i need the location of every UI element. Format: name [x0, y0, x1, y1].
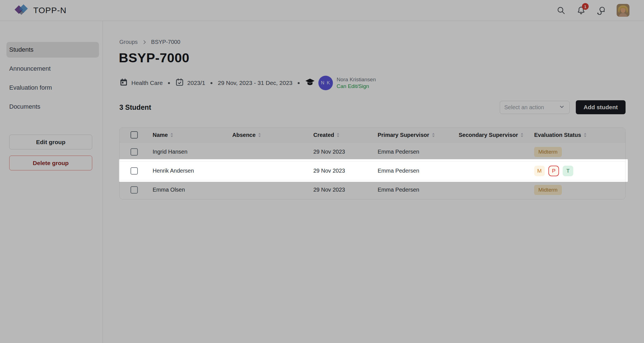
created-cell: 29 Nov 2023	[313, 168, 378, 174]
evaluation-status-cell: Midterm	[534, 185, 626, 195]
created-cell: 29 Nov 2023	[313, 149, 378, 155]
table-row[interactable]: Emma Olsen 29 Nov 2023 Emma Pedersen Mid…	[120, 180, 625, 199]
action-select[interactable]: Select an action	[500, 101, 570, 114]
sort-icon[interactable]	[258, 133, 261, 137]
student-count: 3 Student	[119, 103, 151, 111]
primary-supervisor-cell: Emma Pedersen	[378, 187, 459, 193]
term-meta: 2023/1	[175, 78, 205, 88]
brand-name: TOPP-N	[33, 6, 67, 15]
subject-label: Health Care	[131, 80, 163, 86]
primary-supervisor-cell: Emma Pedersen	[378, 168, 459, 174]
dot-separator	[168, 82, 170, 84]
midterm-status-badge[interactable]: Midterm	[534, 147, 562, 157]
column-label: Secondary Supervisor	[459, 132, 518, 138]
topbar-actions: 1	[556, 4, 629, 17]
sidebar-item-evaluation-form[interactable]: Evaluation form	[6, 80, 99, 96]
date-range-meta: 29 Nov, 2023 - 31 Dec, 2023	[218, 80, 292, 86]
column-label: Absence	[232, 132, 255, 138]
breadcrumb-groups-link[interactable]: Groups	[119, 39, 138, 45]
supervisor-chip[interactable]: N K Nora Kristiansen Can Edit/Sign	[318, 76, 376, 90]
sort-icon[interactable]	[584, 133, 587, 137]
table-header-row: Name Absence Created Primary Supervisor …	[120, 128, 625, 142]
students-toolbar: 3 Student Select an action Add student	[119, 100, 626, 115]
student-name[interactable]: Ingrid Hansen	[153, 149, 232, 155]
sort-icon[interactable]	[337, 133, 340, 137]
user-avatar[interactable]	[617, 4, 629, 17]
sidebar-item-documents[interactable]: Documents	[6, 99, 99, 115]
topbar: TOPP-N 1	[0, 0, 644, 21]
sidebar-item-label: Students	[9, 46, 34, 53]
column-header-created[interactable]: Created	[313, 132, 378, 138]
row-checkbox[interactable]	[131, 148, 138, 156]
date-range-label: 29 Nov, 2023 - 31 Dec, 2023	[218, 80, 292, 86]
sidebar: Students Announcement Evaluation form Do…	[0, 21, 103, 343]
delete-group-button[interactable]: Delete group	[9, 156, 92, 170]
toolbar-actions: Select an action Add student	[500, 100, 626, 114]
add-student-button[interactable]: Add student	[576, 100, 626, 114]
column-header-absence[interactable]: Absence	[232, 132, 313, 138]
breadcrumb: Groups BSYP-7000	[119, 39, 180, 45]
student-name[interactable]: Emma Olsen	[153, 187, 232, 193]
evaluation-status-cell: Midterm	[534, 147, 626, 157]
calendar-icon	[119, 78, 128, 88]
column-label: Primary Supervisor	[378, 132, 429, 138]
total-status-badge[interactable]: T	[563, 166, 573, 176]
column-label: Created	[313, 132, 334, 138]
table-row-highlighted[interactable]: Henrik Andersen 29 Nov 2023 Emma Pederse…	[120, 161, 625, 180]
action-select-placeholder: Select an action	[504, 104, 544, 111]
table-row[interactable]: Ingrid Hansen 29 Nov 2023 Emma Pedersen …	[120, 142, 625, 161]
chevron-right-icon	[142, 39, 147, 45]
supervisor-initials-avatar: N K	[318, 76, 333, 90]
sidebar-item-label: Evaluation form	[9, 84, 52, 91]
main-content: Groups BSYP-7000 BSYP-7000 Health C	[103, 21, 644, 343]
column-header-evaluation-status[interactable]: Evaluation Status	[534, 132, 626, 138]
subject-meta: Health Care	[119, 78, 163, 88]
brand-logo-icon	[14, 4, 29, 17]
column-header-primary-supervisor[interactable]: Primary Supervisor	[378, 132, 459, 138]
select-all-checkbox[interactable]	[131, 131, 138, 139]
column-label: Evaluation Status	[534, 132, 581, 138]
row-checkbox[interactable]	[131, 167, 138, 175]
sort-icon[interactable]	[520, 133, 524, 137]
supervisor-permission: Can Edit/Sign	[337, 83, 376, 90]
dot-separator	[298, 82, 300, 84]
supervisor-meta: N K Nora Kristiansen Can Edit/Sign	[305, 76, 376, 90]
column-label: Name	[153, 132, 168, 138]
notification-count-badge: 1	[582, 3, 589, 10]
brand[interactable]: TOPP-N	[14, 4, 67, 17]
dot-separator	[210, 82, 212, 84]
sidebar-item-label: Documents	[9, 103, 40, 110]
midterm-status-badge[interactable]: M	[534, 166, 545, 176]
messages-chat-icon[interactable]	[596, 6, 606, 15]
sidebar-item-students[interactable]: Students	[6, 42, 99, 58]
sidebar-item-label: Announcement	[9, 65, 51, 72]
group-meta-row: Health Care 2023/1 29 Nov, 2023 - 31 Dec…	[119, 76, 376, 90]
sidebar-item-announcement[interactable]: Announcement	[6, 61, 99, 77]
edit-group-button[interactable]: Edit group	[9, 135, 92, 149]
column-header-secondary-supervisor[interactable]: Secondary Supervisor	[459, 132, 534, 138]
search-icon[interactable]	[556, 6, 566, 15]
notifications-bell-icon[interactable]: 1	[576, 6, 586, 15]
page-title: BSYP-7000	[119, 50, 190, 65]
app-screen: TOPP-N 1	[0, 0, 644, 343]
created-cell: 29 Nov 2023	[313, 187, 378, 193]
primary-supervisor-cell: Emma Pedersen	[378, 149, 459, 155]
sort-icon[interactable]	[432, 133, 435, 137]
sort-icon[interactable]	[170, 133, 173, 137]
row-checkbox[interactable]	[131, 186, 138, 194]
evaluation-status-cell: M P T	[534, 166, 626, 176]
practice-status-badge[interactable]: P	[548, 166, 559, 176]
column-header-name[interactable]: Name	[153, 132, 232, 138]
graduation-cap-icon	[305, 77, 315, 89]
term-label: 2023/1	[187, 80, 205, 86]
chevron-down-icon	[559, 104, 565, 111]
students-table: Name Absence Created Primary Supervisor …	[119, 127, 626, 199]
student-name[interactable]: Henrik Andersen	[153, 168, 232, 174]
breadcrumb-current: BSYP-7000	[151, 39, 181, 45]
calendar-check-icon	[175, 78, 184, 88]
midterm-status-badge[interactable]: Midterm	[534, 185, 562, 195]
supervisor-name: Nora Kristiansen	[337, 77, 376, 83]
